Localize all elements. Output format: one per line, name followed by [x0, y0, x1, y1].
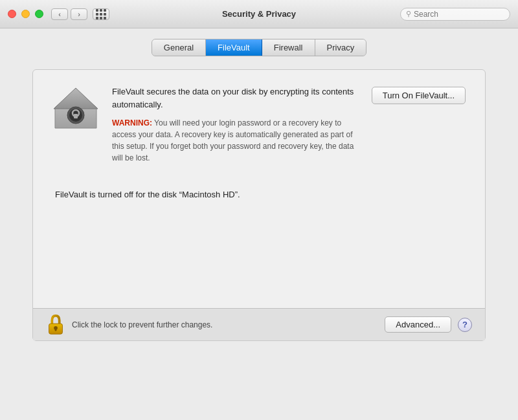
main-content: General FileVault Firewall Privacy: [0, 28, 518, 420]
tabs-bar: General FileVault Firewall Privacy: [152, 39, 366, 56]
titlebar: ‹ › Security & Privacy ⚲: [0, 0, 518, 28]
svg-rect-5: [74, 114, 78, 118]
content-panel: FileVault secures the data on your disk …: [32, 69, 486, 341]
panel-top: FileVault secures the data on your disk …: [52, 85, 466, 164]
svg-rect-8: [55, 327, 57, 331]
fullscreen-button[interactable]: [35, 10, 43, 18]
filevault-icon: [52, 85, 99, 132]
search-input[interactable]: [414, 10, 504, 19]
help-button[interactable]: ?: [458, 318, 472, 332]
panel-description: FileVault secures the data on your disk …: [112, 85, 359, 164]
bottom-right-controls: Advanced... ?: [385, 316, 472, 333]
nav-buttons: ‹ ›: [51, 8, 87, 20]
tab-privacy[interactable]: Privacy: [315, 39, 366, 56]
search-icon: ⚲: [406, 10, 411, 18]
close-button[interactable]: [8, 10, 16, 18]
search-bar[interactable]: ⚲: [400, 8, 510, 21]
tab-firewall[interactable]: Firewall: [262, 39, 315, 56]
bottom-bar: Click the lock to prevent further change…: [33, 308, 485, 340]
back-button[interactable]: ‹: [51, 8, 68, 20]
grid-view-button[interactable]: [93, 8, 109, 20]
warning-label: WARNING:: [112, 118, 152, 127]
window-title: Security & Privacy: [222, 9, 296, 19]
main-description-text: FileVault secures the data on your disk …: [112, 85, 359, 111]
grid-icon: [96, 9, 106, 19]
tab-filevault[interactable]: FileVault: [206, 39, 262, 56]
warning-text: WARNING: You will need your login passwo…: [112, 117, 359, 164]
lock-label-text: Click the lock to prevent further change…: [72, 320, 212, 329]
advanced-button[interactable]: Advanced...: [385, 316, 451, 333]
lock-icon[interactable]: [46, 313, 65, 337]
turn-on-filevault-button[interactable]: Turn On FileVault...: [372, 87, 466, 104]
filevault-status-text: FileVault is turned off for the disk “Ma…: [52, 190, 466, 199]
minimize-button[interactable]: [21, 10, 30, 18]
forward-button[interactable]: ›: [71, 8, 87, 20]
traffic-lights: [8, 10, 43, 18]
svg-marker-1: [54, 88, 98, 109]
tab-general[interactable]: General: [152, 39, 206, 56]
